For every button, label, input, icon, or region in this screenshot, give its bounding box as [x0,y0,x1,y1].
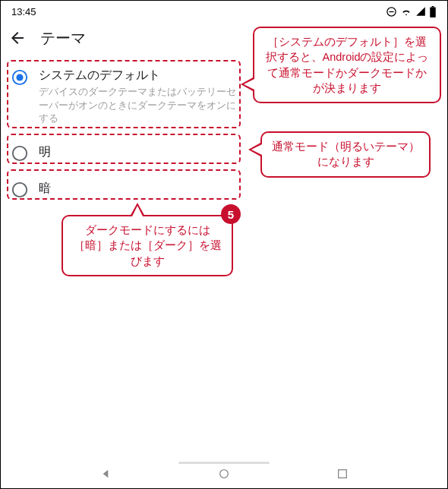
radio-unchecked-icon [11,181,28,198]
nav-back-button[interactable] [99,468,112,483]
signal-icon [415,6,426,17]
back-button[interactable] [8,29,27,47]
callout-text: ［システムのデフォルト］を選択すると、Androidの設定によって通常モードかダ… [266,36,429,94]
step-number: 5 [228,208,234,221]
callout-tail [241,77,254,92]
option-subtext: デバイスのダークテーマまたはバッテリーセーバーがオンのときにダークテーマをオンに… [39,85,236,125]
clock: 13:45 [11,6,36,17]
callout-system-default: ［システムのデフォルト］を選択すると、Androidの設定によって通常モードかダ… [253,27,441,103]
radio-dark[interactable] [11,181,28,198]
do-not-disturb-icon [386,6,397,17]
battery-icon [429,6,437,17]
svg-rect-10 [339,470,347,478]
svg-rect-2 [430,7,436,17]
status-icons [386,5,437,17]
navigation-bar [1,465,447,485]
callout-dark: ダークモードにするには［暗］または［ダーク］を選びます [62,215,233,276]
callout-text: ダークモードにするには［暗］または［ダーク］を選びます [74,224,222,267]
svg-rect-3 [432,6,434,8]
radio-unchecked-icon [11,145,28,162]
callout-tail [248,142,262,157]
radio-checked-icon [11,69,28,86]
option-label: 暗 [39,181,51,197]
nav-recent-button[interactable] [336,468,349,483]
callout-text: 通常モード（明るいテーマ）になります [272,140,420,168]
callout-light: 通常モード（明るいテーマ）になります [260,131,431,178]
radio-light[interactable] [11,145,28,162]
radio-system-default[interactable] [11,69,28,86]
option-label: 明 [39,144,51,160]
nav-recent-icon [336,468,349,480]
arrow-back-icon [8,29,27,47]
svg-point-7 [13,146,27,159]
wifi-icon [400,5,412,17]
callout-tail [130,203,145,216]
svg-point-8 [13,182,27,196]
nav-back-icon [99,468,112,480]
nav-home-button[interactable] [218,468,230,483]
step-badge: 5 [221,204,241,224]
status-bar: 13:45 [1,1,447,22]
home-indicator [178,462,270,464]
svg-point-9 [220,470,229,478]
svg-point-6 [16,74,23,80]
nav-home-icon [218,468,230,480]
